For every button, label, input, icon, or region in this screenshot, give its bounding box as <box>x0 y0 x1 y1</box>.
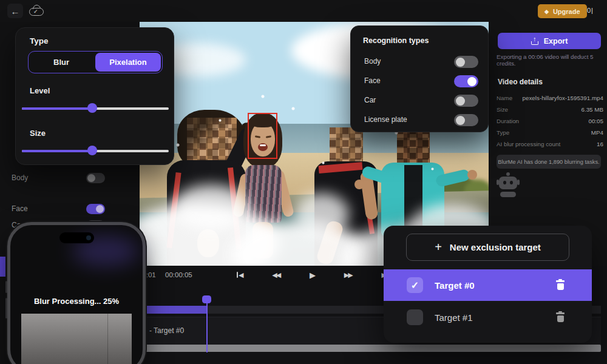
target-0-checkbox[interactable]: ✓ <box>407 277 423 293</box>
fast-forward-icon[interactable]: ▶▶ <box>344 271 353 279</box>
target-1-checkbox[interactable] <box>407 309 423 325</box>
timeline-progress-played[interactable] <box>140 306 207 314</box>
detail-row-duration: Duration 00:05 <box>497 115 603 127</box>
target-row-0[interactable]: ✓ Target #0 <box>384 269 592 301</box>
size-label: Size <box>30 129 46 138</box>
upgrade-button[interactable]: ◆ Upgrade <box>538 4 587 18</box>
export-button[interactable]: ↑ Export <box>498 33 601 49</box>
upgrade-label: Upgrade <box>553 8 580 15</box>
new-exclusion-target-label: New exclusion target <box>450 242 541 252</box>
sidebar-label-face: Face <box>12 204 28 213</box>
target-0-trash-icon[interactable] <box>556 280 565 290</box>
size-slider-thumb[interactable] <box>87 146 97 155</box>
detail-row-type: Type MP4 <box>497 127 603 138</box>
pixelation-option[interactable]: Pixelation <box>95 53 161 72</box>
recognition-title: Recognition types <box>363 36 429 45</box>
detail-row-blur-count: AI blur processing count 16 <box>497 138 603 150</box>
camera-dot <box>86 235 91 240</box>
blur-type-segmented-control: Blur Pixelation <box>28 51 163 73</box>
cloud-sync-button[interactable]: ✓ <box>27 4 46 19</box>
recognition-row-face: Face <box>351 72 489 90</box>
play-icon[interactable]: ▶ <box>310 271 316 280</box>
export-upload-icon: ↑ <box>531 37 538 45</box>
phone-video-frame <box>21 314 132 364</box>
total-duration: 00:00:05 <box>165 271 192 278</box>
recognition-row-car: Car <box>351 92 489 110</box>
video-details-list: Name pexels-hillaryfox-1595391.mp4 Size … <box>497 92 603 150</box>
sidebar-row-body[interactable]: Body <box>0 169 140 186</box>
new-exclusion-target-button[interactable]: + New exclusion target <box>406 234 569 261</box>
playhead-handle[interactable] <box>202 295 211 303</box>
level-slider-thumb[interactable] <box>87 103 97 113</box>
level-label: Level <box>30 86 50 95</box>
hidden-button-sliver <box>0 257 5 277</box>
skip-start-icon[interactable]: ◀ <box>237 271 243 279</box>
target-1-trash-icon[interactable] <box>556 312 565 322</box>
plus-icon: + <box>435 240 442 254</box>
export-note: Exporting a 00:06 video will deduct 5 cr… <box>497 53 606 67</box>
size-slider[interactable] <box>22 146 169 155</box>
back-icon: ← <box>11 6 20 16</box>
dynamic-island <box>59 232 94 243</box>
cloud-check-icon: ✓ <box>29 8 44 16</box>
check-icon: ✓ <box>411 280 419 291</box>
diamond-icon: ◆ <box>544 8 549 15</box>
toggle-knob <box>87 174 95 182</box>
blur-option[interactable]: Blur <box>29 52 94 73</box>
license-plate-recognition-toggle[interactable] <box>454 114 478 126</box>
robot-icon <box>497 172 519 199</box>
playhead-line[interactable] <box>206 297 208 352</box>
detail-row-size: Size 6.35 MB <box>497 104 603 115</box>
volume-button <box>5 281 7 293</box>
export-label: Export <box>544 37 568 46</box>
video-details-title: Video details <box>498 78 543 86</box>
sidebar-row-face[interactable]: Face <box>0 200 140 217</box>
face-recognition-toggle[interactable] <box>454 75 478 87</box>
recognition-types-panel: Recognition types Body Face Car License … <box>350 25 489 132</box>
sidebar-label-body: Body <box>12 174 28 182</box>
target-row-1[interactable]: Target #1 <box>384 302 592 333</box>
blur-processing-status: Blur Processing... 25% <box>10 297 143 306</box>
back-button[interactable]: ← <box>7 4 23 18</box>
body-recognition-toggle[interactable] <box>454 56 478 68</box>
target-track-label: - Target #0 <box>149 326 184 335</box>
app-window: Body Face Car License plate <box>0 0 607 364</box>
face-toggle[interactable] <box>86 204 105 214</box>
toggle-knob <box>96 205 104 213</box>
tasks-banner: BlurMe AI has done 1,890 blurring tasks. <box>497 155 601 169</box>
detail-row-name: Name pexels-hillaryfox-1595391.mp4 <box>497 92 603 104</box>
horizontal-scrollbar[interactable] <box>144 345 601 352</box>
body-toggle[interactable] <box>86 173 105 183</box>
exclusion-targets-panel: + New exclusion target ✓ Target #0 Targe… <box>384 226 592 343</box>
type-title: Type <box>30 36 49 46</box>
face-detection-box[interactable] <box>248 113 277 159</box>
level-slider[interactable] <box>22 103 169 113</box>
credits-counter: 0| <box>587 7 594 14</box>
recognition-row-body: Body <box>351 53 489 71</box>
blur-type-panel: Type Blur Pixelation Level Size <box>15 27 174 165</box>
transport-controls: ◀ ◀◀ ▶ ▶▶ ▶ <box>237 268 388 281</box>
volume-button <box>5 298 7 318</box>
target-1-label: Target #1 <box>435 312 473 323</box>
rewind-icon[interactable]: ◀◀ <box>272 271 281 279</box>
phone-mockup: Blur Processing... 25% <box>7 222 146 364</box>
recognition-row-license-plate: License plate <box>351 111 489 129</box>
target-0-label: Target #0 <box>435 280 475 291</box>
car-recognition-toggle[interactable] <box>454 95 478 107</box>
